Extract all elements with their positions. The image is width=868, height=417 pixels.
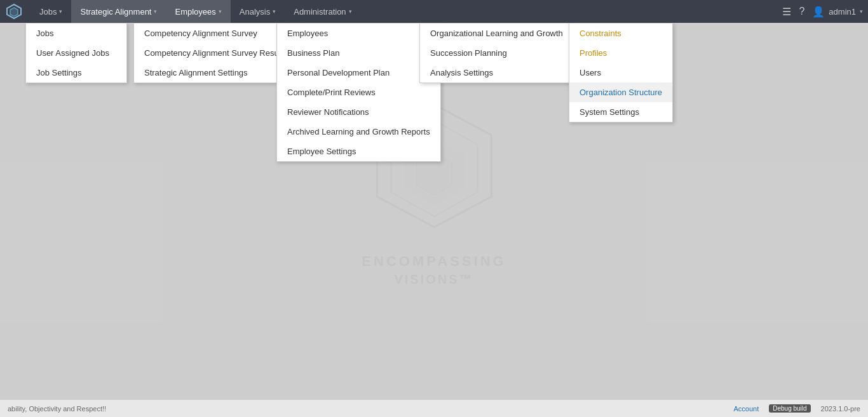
jobs-dropdown: Jobs User Assigned Jobs Job Settings — [25, 23, 127, 83]
nav-jobs-chevron: ▾ — [59, 8, 62, 15]
admin-dropdown: Constraints Profiles Users Organization … — [569, 23, 673, 122]
strategic-dropdown: Competency Alignment Survey Competency A… — [133, 23, 298, 83]
user-menu[interactable]: 👤 admin1 ▾ — [812, 6, 863, 18]
nav-analysis-chevron: ▾ — [273, 8, 276, 15]
strategic-menu-item-survey-results[interactable]: Competency Alignment Survey Results — [134, 43, 297, 63]
admin-menu-item-system-settings[interactable]: System Settings — [569, 102, 672, 122]
admin-menu-item-profiles[interactable]: Profiles — [569, 43, 672, 63]
strategic-menu-item-survey[interactable]: Competency Alignment Survey — [134, 23, 297, 43]
employees-menu-item-employees[interactable]: Employees — [277, 23, 440, 43]
user-icon: 👤 — [812, 6, 825, 18]
strategic-menu-item-settings[interactable]: Strategic Alignment Settings — [134, 63, 297, 83]
jobs-menu-item-settings[interactable]: Job Settings — [26, 63, 126, 83]
nav-analysis-label: Analysis — [240, 7, 270, 17]
nav-administration-chevron: ▾ — [349, 8, 352, 15]
user-label: admin1 — [829, 7, 856, 17]
debug-badge: Debug build — [769, 404, 810, 413]
jobs-menu-item-user-assigned[interactable]: User Assigned Jobs — [26, 43, 126, 63]
analysis-menu-item-org-learning[interactable]: Organizational Learning and Growth — [420, 23, 573, 43]
admin-menu-item-users[interactable]: Users — [569, 63, 672, 83]
nav-analysis[interactable]: Analysis ▾ — [231, 0, 285, 23]
nav-strategic-chevron: ▾ — [154, 8, 157, 15]
nav-right: ☰ ? 👤 admin1 ▾ — [782, 6, 863, 18]
nav-employees-label: Employees — [175, 7, 215, 17]
nav-items: Jobs ▾ Strategic Alignment ▾ Employees ▾… — [31, 0, 782, 23]
menu-icon[interactable]: ☰ — [782, 6, 791, 18]
employees-menu-item-business-plan[interactable]: Business Plan — [277, 43, 440, 63]
nav-employees-chevron: ▾ — [219, 8, 222, 15]
svg-marker-1 — [10, 8, 18, 17]
employees-dropdown: Employees Business Plan Personal Develop… — [276, 23, 441, 162]
nav-administration-label: Administration — [294, 7, 346, 17]
nav-jobs-label: Jobs — [39, 7, 57, 17]
admin-menu-item-org-structure[interactable]: Organization Structure — [569, 83, 672, 102]
analysis-menu-item-succession[interactable]: Succession Planning — [420, 43, 573, 63]
analysis-menu-item-settings[interactable]: Analysis Settings — [420, 63, 573, 83]
footer: ability, Objectivity and Respect!! Accou… — [0, 399, 868, 417]
app-logo[interactable] — [5, 3, 23, 20]
user-chevron: ▾ — [860, 8, 863, 15]
nav-employees[interactable]: Employees ▾ — [166, 0, 230, 23]
admin-menu-item-constraints[interactable]: Constraints — [569, 23, 672, 43]
employees-menu-item-archived[interactable]: Archived Learning and Growth Reports — [277, 122, 440, 142]
footer-version: 2023.1.0-pre — [821, 405, 860, 413]
nav-strategic-label: Strategic Alignment — [80, 7, 151, 17]
help-icon[interactable]: ? — [799, 6, 804, 17]
employees-menu-item-complete-print[interactable]: Complete/Print Reviews — [277, 83, 440, 102]
employees-menu-item-reviewer[interactable]: Reviewer Notifications — [277, 102, 440, 122]
footer-right: Account Debug build 2023.1.0-pre — [733, 404, 860, 413]
analysis-dropdown: Organizational Learning and Growth Succe… — [419, 23, 574, 83]
navbar: Jobs ▾ Strategic Alignment ▾ Employees ▾… — [0, 0, 868, 23]
footer-account-link[interactable]: Account — [733, 405, 759, 413]
jobs-menu-item-jobs[interactable]: Jobs — [26, 23, 126, 43]
nav-strategic[interactable]: Strategic Alignment ▾ — [71, 0, 166, 23]
employees-menu-item-settings[interactable]: Employee Settings — [277, 142, 440, 161]
footer-left-text: ability, Objectivity and Respect!! — [8, 405, 106, 413]
nav-administration[interactable]: Administration ▾ — [285, 0, 360, 23]
employees-menu-item-personal-dev[interactable]: Personal Development Plan — [277, 63, 440, 83]
nav-jobs[interactable]: Jobs ▾ — [31, 0, 71, 23]
